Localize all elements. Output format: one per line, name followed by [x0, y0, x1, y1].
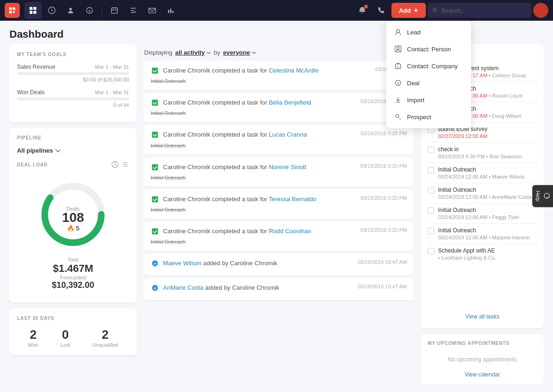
- task-checkbox-8[interactable]: [428, 228, 434, 234]
- task-checkbox-6[interactable]: [428, 187, 434, 194]
- added-icon: [151, 259, 159, 268]
- task-checkbox-4[interactable]: [428, 147, 434, 153]
- svg-rect-28: [152, 164, 158, 170]
- task-name: Initial Outreach: [438, 207, 537, 213]
- activity-contact-link[interactable]: Norene Sinott: [269, 163, 307, 171]
- view-all-tasks-button[interactable]: View all tasks: [428, 309, 537, 322]
- task-content: Initial Outreach 03/24/2019 12:00 AM • A…: [438, 187, 537, 200]
- import-label: Import: [407, 97, 424, 104]
- dropdown-item-contact-company[interactable]: Contact: Company: [386, 57, 471, 74]
- task-checkbox-5[interactable]: [428, 167, 434, 173]
- svg-rect-25: [152, 68, 158, 74]
- activity-item: AnMarie Costa added by Caroline Chromik …: [144, 278, 414, 300]
- middle-column: Displaying all activity by everyone: [144, 44, 414, 384]
- task-meta: 03/24/2019 12:00 AM • Peggy Tyler: [438, 214, 537, 220]
- appointments-card: MY UPCOMING APPOINTMENTS No upcoming app…: [421, 334, 544, 384]
- svg-rect-3: [33, 11, 36, 14]
- svg-text:$: $: [397, 81, 399, 85]
- filter-type-select[interactable]: all activity: [175, 49, 211, 56]
- avatar[interactable]: [533, 3, 548, 18]
- view-calendar-button[interactable]: View calendar: [428, 368, 537, 378]
- stat-lost: 0 Lost: [60, 327, 70, 348]
- added-icon: [151, 284, 159, 292]
- task-meta: 03/24/2019 12:00 AM • Maeve Wilson: [438, 174, 537, 180]
- activity-contact-link[interactable]: Teressa Bernaldo: [268, 196, 316, 203]
- task-date: 03/18/2019 4:30 PM: [438, 154, 485, 159]
- import-icon: [394, 96, 402, 104]
- deal-label: Deal: [407, 80, 420, 87]
- svg-rect-8: [112, 8, 118, 14]
- dropdown-item-deal[interactable]: $ Deal: [386, 74, 471, 91]
- activity-item: Caroline Chromik completed a task for Lu…: [144, 125, 414, 154]
- list-icon[interactable]: [122, 161, 129, 168]
- task-checkbox-7[interactable]: [428, 207, 434, 214]
- activity-tag: Initial Outreach: [151, 239, 186, 245]
- task-checkbox-9[interactable]: [428, 248, 434, 254]
- add-button[interactable]: Add: [391, 3, 426, 18]
- search-box: [428, 3, 531, 18]
- check-icon: [151, 66, 159, 75]
- nav-calendar[interactable]: [106, 2, 123, 19]
- task-content: check in 03/18/2019 4:30 PM • Ron Swanso…: [438, 146, 537, 159]
- task-item: Initial Outreach 03/24/2019 12:00 AM • M…: [428, 224, 537, 244]
- activity-description: Caroline Chromik completed a task for Ce…: [163, 66, 318, 75]
- nav-dashboard[interactable]: [24, 2, 41, 19]
- svg-point-18: [396, 114, 398, 117]
- donut-chart: Deals 108 🔥 5: [35, 177, 111, 252]
- activity-item: Caroline Chromik completed a task for Te…: [144, 189, 414, 219]
- dropdown-item-contact-person[interactable]: Contact: Person: [386, 41, 471, 57]
- nav-deals[interactable]: $: [81, 2, 98, 19]
- check-icon: [151, 195, 159, 204]
- app-logo[interactable]: [5, 3, 20, 18]
- activity-contact-link[interactable]: Celestina McArdle: [269, 67, 319, 74]
- activity-person-link[interactable]: Maeve Wilson: [163, 260, 202, 267]
- activity-description: Caroline Chromik completed a task for Te…: [163, 195, 317, 204]
- svg-rect-29: [152, 196, 158, 202]
- task-item: Schedule Appt with AE • Luckham Lighting…: [428, 244, 537, 264]
- task-name: Initial Outreach: [438, 227, 537, 234]
- task-company: • Maeve Wilson: [488, 174, 525, 180]
- task-meta: 03/24/2019 12:00 AM • Marjorie Hanson: [438, 235, 537, 240]
- task-item: Initial Outreach 03/24/2019 12:00 AM • M…: [428, 163, 537, 183]
- nav-reports[interactable]: [163, 2, 179, 19]
- activity-description: Caroline Chromik completed a task for Ro…: [163, 227, 311, 236]
- goals-title: MY TEAM'S GOALS: [17, 52, 129, 57]
- activity-contact-link[interactable]: Belia Benjefield: [269, 99, 311, 106]
- task-name: Schedule Appt with AE: [438, 247, 537, 254]
- help-button[interactable]: ? Help: [532, 185, 553, 207]
- pipeline-title: PIPELINE: [17, 135, 129, 140]
- goal-bar-bg-won: [17, 98, 129, 100]
- deal-load-title: DEAL LOAD: [17, 162, 48, 167]
- activity-tag: Initial Outreach: [151, 207, 186, 212]
- dropdown-item-import[interactable]: Import: [386, 91, 471, 108]
- lead-label: Lead: [407, 29, 421, 36]
- chart-icon[interactable]: [111, 161, 119, 168]
- search-input[interactable]: [441, 7, 527, 14]
- notification-button[interactable]: [354, 2, 371, 19]
- task-meta: 02/27/2019 12:00 AM: [438, 133, 537, 139]
- stat-won-value: 2: [28, 327, 38, 342]
- pipeline-select[interactable]: All pipelines: [17, 147, 129, 154]
- activity-description: Caroline Chromik completed a task for No…: [163, 163, 306, 172]
- stat-lost-label: Lost: [60, 342, 70, 348]
- svg-point-31: [152, 261, 158, 267]
- dropdown-item-prospect[interactable]: Prospect: [386, 108, 471, 125]
- filter-who-select[interactable]: everyone: [223, 49, 256, 56]
- activity-person-link[interactable]: AnMarie Costa: [163, 284, 203, 291]
- goal-amount-sales: $0.00 of $28,000.00: [17, 77, 129, 82]
- activity-contact-link[interactable]: Lucas Cranna: [269, 131, 307, 138]
- phone-button[interactable]: [373, 2, 390, 19]
- nav-tasks[interactable]: [125, 2, 142, 19]
- task-date: 03/24/2019 12:00 AM: [438, 214, 488, 220]
- activity-time: 03/19/2019 3:20 PM: [360, 131, 407, 136]
- goal-date-sales: Mar 1 - Mar 31: [95, 64, 129, 70]
- task-company: • AnneMarie Costa: [488, 194, 532, 200]
- nav-email[interactable]: [144, 2, 161, 19]
- dropdown-item-lead[interactable]: Lead: [386, 24, 471, 41]
- nav-contacts[interactable]: [62, 2, 79, 19]
- stat-unqualified: 2 Unqualified: [92, 327, 118, 348]
- activity-contact-link[interactable]: Rodd Coonihan: [269, 228, 311, 235]
- nav-activity[interactable]: [43, 2, 60, 19]
- svg-point-13: [397, 47, 399, 49]
- activity-tag: Initial Outreach: [151, 110, 186, 116]
